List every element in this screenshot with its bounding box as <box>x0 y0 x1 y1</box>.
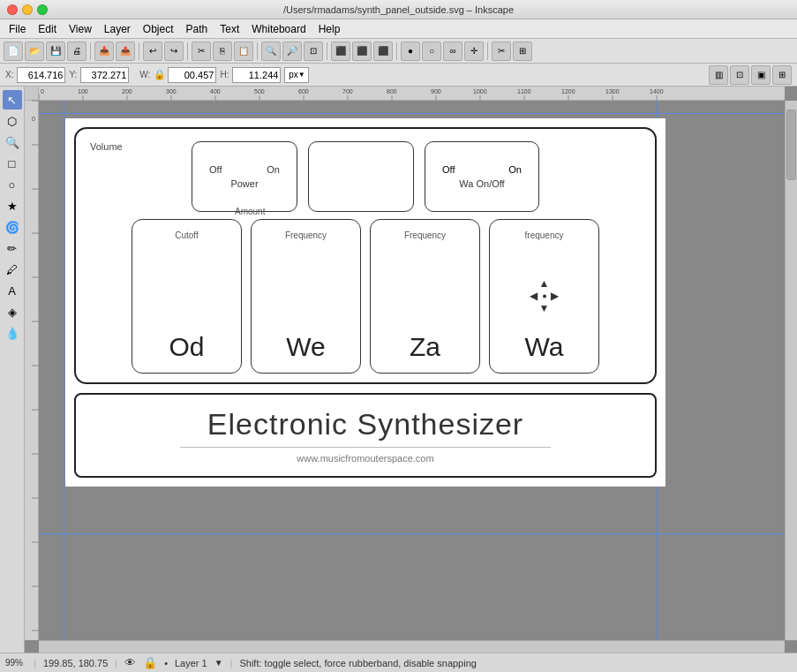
synth-divider <box>180 447 551 448</box>
coordbar: X: Y: W: 🔒 H: px ▼ ▥ ⊡ ▣ ⊞ <box>0 64 797 87</box>
zoom-tool[interactable]: 🔍 <box>3 132 22 152</box>
select-tool[interactable]: ↖ <box>3 90 22 109</box>
import-icon[interactable]: 📥 <box>94 42 114 61</box>
guide-horizontal-top <box>39 113 785 114</box>
knob-section: Amount Cutoff Od Frequency We <box>86 219 644 374</box>
scrollbar-vertical[interactable] <box>785 101 797 640</box>
freq-za-freq-label: Frequency <box>404 230 446 240</box>
svg-text:200: 200 <box>122 88 132 94</box>
menu-help[interactable]: Help <box>313 20 346 38</box>
power-off-on: Off On <box>209 164 280 175</box>
menu-object[interactable]: Object <box>138 20 179 38</box>
w-label: W: <box>139 70 150 79</box>
h-input[interactable] <box>232 67 281 83</box>
power-label: Power <box>230 178 258 189</box>
cut-icon[interactable]: ✂ <box>192 42 211 61</box>
scrollbar-horizontal[interactable] <box>39 640 785 653</box>
toolbar: 📄 📂 💾 🖨 📥 📤 ↩ ↪ ✂ ⎘ 📋 🔍 🔎 ⊡ ⬛ ⬛ ⬛ ● ○ ∞ … <box>0 39 797 64</box>
x-label: X: <box>5 70 13 79</box>
status-sep3: | <box>230 658 233 668</box>
redo-icon[interactable]: ↪ <box>164 42 184 61</box>
svg-text:400: 400 <box>210 88 221 94</box>
svg-text:1200: 1200 <box>561 88 575 94</box>
bottom-panel: Electronic Synthesizer www.musicfromoute… <box>74 393 657 478</box>
fill-icon[interactable]: ● <box>401 42 420 61</box>
x-input[interactable] <box>17 67 65 83</box>
pen-tool[interactable]: 🖊 <box>3 260 22 279</box>
open-icon[interactable]: 📂 <box>25 42 44 61</box>
wa-off-label: Off <box>442 164 455 175</box>
freq-wa-knob: ▲ ◀ ▶ ▼ frequency Wa <box>489 219 599 374</box>
spacer-box-top <box>308 141 414 212</box>
ruler-corner <box>25 87 39 101</box>
menu-layer[interactable]: Layer <box>99 20 136 38</box>
status-sep1: | <box>34 658 36 668</box>
h-label: H: <box>220 70 229 79</box>
snap-icon[interactable]: ✛ <box>464 42 484 61</box>
transform-icon[interactable]: ✂ <box>492 42 511 61</box>
zoom-out-icon[interactable]: 🔎 <box>282 42 302 61</box>
align-icon[interactable]: ⬛ <box>331 42 350 61</box>
zoom-fit-icon[interactable]: ⊡ <box>304 42 323 61</box>
infinity-icon[interactable]: ∞ <box>443 42 462 61</box>
power-off-label: Off <box>209 164 222 175</box>
print-icon[interactable]: 🖨 <box>67 42 86 61</box>
undo-icon[interactable]: ↩ <box>143 42 162 61</box>
text-tool[interactable]: A <box>3 281 22 300</box>
menu-text[interactable]: Text <box>214 20 244 38</box>
canvas-area[interactable]: 0 100 200 300 400 500 600 700 80 <box>25 87 797 653</box>
svg-text:800: 800 <box>387 88 397 94</box>
svg-text:1400: 1400 <box>650 88 664 94</box>
save-icon[interactable]: 💾 <box>46 42 65 61</box>
menu-edit[interactable]: Edit <box>33 20 62 38</box>
node-tool[interactable]: ⬡ <box>3 111 22 131</box>
stroke-icon[interactable]: ○ <box>422 42 441 61</box>
xml-icon[interactable]: ⊞ <box>513 42 532 61</box>
toolbar-sep4 <box>257 42 258 60</box>
svg-text:900: 900 <box>431 88 441 94</box>
menu-path[interactable]: Path <box>181 20 214 38</box>
close-button[interactable] <box>7 4 18 15</box>
view-icon2[interactable]: ⊡ <box>730 65 749 85</box>
group-icon[interactable]: ⬛ <box>373 42 393 61</box>
unit-selector[interactable]: px ▼ <box>284 67 309 83</box>
star-tool[interactable]: ★ <box>3 196 22 215</box>
power-on-label: On <box>267 164 280 175</box>
new-icon[interactable]: 📄 <box>4 42 23 61</box>
export-icon[interactable]: 📤 <box>116 42 135 61</box>
maximize-button[interactable] <box>37 4 48 15</box>
scroll-thumb-vertical[interactable] <box>786 109 796 180</box>
wa-box: Off On Wa On/Off <box>425 141 539 212</box>
view-icon3[interactable]: ▣ <box>751 65 771 85</box>
view-icon1[interactable]: ▥ <box>709 65 728 85</box>
zoom-in-icon[interactable]: 🔍 <box>261 42 281 61</box>
freq-za-knob: Frequency Za <box>370 219 480 374</box>
statusbar: 99% | 199.85, 180.75 | 👁 🔒 • Layer 1 ▼ |… <box>0 653 797 672</box>
layer-label: • <box>164 658 168 668</box>
gradient-tool[interactable]: ◈ <box>3 302 22 321</box>
spiral-tool[interactable]: 🌀 <box>3 217 22 237</box>
svg-page: Volume Off On Power <box>65 118 665 487</box>
paste-icon[interactable]: 📋 <box>234 42 253 61</box>
view-icon4[interactable]: ⊞ <box>772 65 792 85</box>
toolbar-sep6 <box>396 42 397 60</box>
copy-icon[interactable]: ⎘ <box>213 42 232 61</box>
menu-whiteboard[interactable]: Whiteboard <box>246 20 311 38</box>
y-input[interactable] <box>80 67 129 83</box>
circle-tool[interactable]: ○ <box>3 175 22 194</box>
layer-name: Layer 1 <box>175 658 207 668</box>
menu-file[interactable]: File <box>4 20 31 38</box>
svg-canvas[interactable]: Volume Off On Power <box>39 101 785 640</box>
w-input[interactable] <box>168 67 216 83</box>
window-controls[interactable] <box>7 4 48 15</box>
volume-label: Volume <box>90 141 123 152</box>
rect-tool[interactable]: □ <box>3 154 22 173</box>
pencil-tool[interactable]: ✏ <box>3 238 22 258</box>
dropper-tool[interactable]: 💧 <box>3 323 22 343</box>
minimize-button[interactable] <box>22 4 33 15</box>
menu-view[interactable]: View <box>64 20 97 38</box>
cutoff-knob: Cutoff Od <box>132 219 242 374</box>
distribute-icon[interactable]: ⬛ <box>352 42 372 61</box>
cutoff-freq-label: Cutoff <box>175 230 199 240</box>
toolbar-sep7 <box>487 42 488 60</box>
